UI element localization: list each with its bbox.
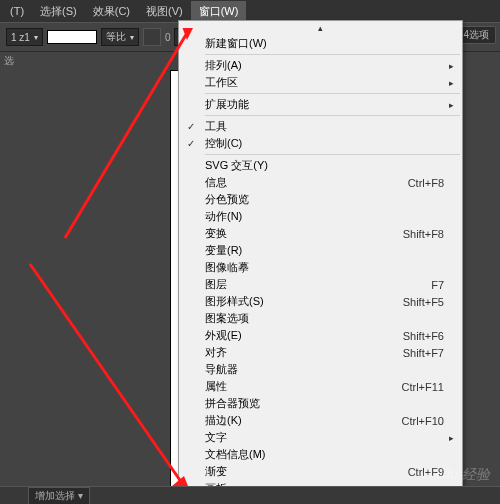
- menu-item[interactable]: 排列(A): [179, 57, 462, 74]
- menu-item[interactable]: 导航器: [179, 361, 462, 378]
- menu-item[interactable]: 新建窗口(W): [179, 35, 462, 52]
- menu-item[interactable]: 文档信息(M): [179, 446, 462, 463]
- menu-item-label: 文字: [205, 430, 227, 445]
- menu-item-label: 导航器: [205, 362, 238, 377]
- chevron-down-icon: ▾: [34, 33, 38, 42]
- menu-item-label: 拼合器预览: [205, 396, 260, 411]
- menu-item[interactable]: 扩展功能: [179, 96, 462, 113]
- menu-shortcut: Shift+F8: [403, 228, 444, 240]
- menu-item[interactable]: 图案选项: [179, 310, 462, 327]
- menu-item[interactable]: 渐变Ctrl+F9: [179, 463, 462, 480]
- stroke-preview[interactable]: [47, 30, 97, 44]
- check-icon: ✓: [187, 121, 195, 132]
- menu-shortcut: Ctrl+F10: [402, 415, 445, 427]
- menu-item-label: 排列(A): [205, 58, 242, 73]
- menu-item-label: 对齐: [205, 345, 227, 360]
- zoom-dropdown[interactable]: 1 z1▾: [6, 28, 43, 46]
- menu-item[interactable]: 外观(E)Shift+F6: [179, 327, 462, 344]
- menu-t[interactable]: (T): [2, 2, 32, 20]
- menu-item-label: 信息: [205, 175, 227, 190]
- menu-item[interactable]: 信息Ctrl+F8: [179, 174, 462, 191]
- status-bar: 增加选择 ▾: [0, 486, 500, 504]
- menu-item-label: SVG 交互(Y): [205, 158, 268, 173]
- menu-item-label: 图案选项: [205, 311, 249, 326]
- menu-item[interactable]: SVG 交互(Y): [179, 157, 462, 174]
- menu-item-label: 工作区: [205, 75, 238, 90]
- menu-item[interactable]: 拼合器预览: [179, 395, 462, 412]
- menu-window[interactable]: 窗口(W): [191, 1, 247, 22]
- menu-item-label: 属性: [205, 379, 227, 394]
- menu-item[interactable]: 工作区: [179, 74, 462, 91]
- menu-item[interactable]: 图形样式(S)Shift+F5: [179, 293, 462, 310]
- menu-item-label: 文档信息(M): [205, 447, 266, 462]
- profile-dropdown[interactable]: 等比▾: [101, 28, 139, 46]
- menu-item-label: 分色预览: [205, 192, 249, 207]
- menu-item[interactable]: 属性Ctrl+F11: [179, 378, 462, 395]
- menu-item-label: 变换: [205, 226, 227, 241]
- menu-separator: [205, 93, 460, 94]
- menu-item[interactable]: 文字: [179, 429, 462, 446]
- menu-select[interactable]: 选择(S): [32, 1, 85, 22]
- menu-item[interactable]: 图层F7: [179, 276, 462, 293]
- menu-item-label: 图形样式(S): [205, 294, 264, 309]
- menu-item[interactable]: 变量(R): [179, 242, 462, 259]
- menu-item-label: 动作(N): [205, 209, 242, 224]
- watermark: Baidu 经验: [422, 466, 490, 484]
- menu-item[interactable]: ✓工具: [179, 118, 462, 135]
- window-menu: ▴ 新建窗口(W)排列(A)工作区扩展功能✓工具✓控制(C)SVG 交互(Y)信…: [178, 20, 463, 504]
- points-value: 0: [165, 32, 171, 43]
- menu-separator: [205, 154, 460, 155]
- menu-item-label: 图层: [205, 277, 227, 292]
- menu-item-label: 扩展功能: [205, 97, 249, 112]
- menu-effect[interactable]: 效果(C): [85, 1, 138, 22]
- menu-shortcut: Shift+F6: [403, 330, 444, 342]
- check-icon: ✓: [187, 138, 195, 149]
- menu-shortcut: Shift+F7: [403, 347, 444, 359]
- menu-item-label: 描边(K): [205, 413, 242, 428]
- menu-scroll-up[interactable]: ▴: [179, 21, 462, 35]
- menu-separator: [205, 54, 460, 55]
- chevron-down-icon: ▾: [130, 33, 134, 42]
- menu-item-label: 控制(C): [205, 136, 242, 151]
- menu-shortcut: Ctrl+F8: [408, 177, 444, 189]
- star-tool-icon[interactable]: [143, 28, 161, 46]
- menu-item[interactable]: 描边(K)Ctrl+F10: [179, 412, 462, 429]
- svg-line-2: [30, 264, 184, 486]
- menu-item[interactable]: ✓控制(C): [179, 135, 462, 152]
- menu-item-label: 新建窗口(W): [205, 36, 267, 51]
- menu-item[interactable]: 对齐Shift+F7: [179, 344, 462, 361]
- menu-item[interactable]: 变换Shift+F8: [179, 225, 462, 242]
- menu-item[interactable]: 动作(N): [179, 208, 462, 225]
- menu-item-label: 工具: [205, 119, 227, 134]
- menu-item[interactable]: 图像临摹: [179, 259, 462, 276]
- menu-item-label: 图像临摹: [205, 260, 249, 275]
- bottom-dropdown[interactable]: 增加选择 ▾: [28, 487, 90, 505]
- menu-item-label: 外观(E): [205, 328, 242, 343]
- menubar: (T) 选择(S) 效果(C) 视图(V) 窗口(W): [0, 0, 500, 22]
- panel-tab[interactable]: 选: [4, 54, 14, 68]
- menu-shortcut: Ctrl+F11: [402, 381, 445, 393]
- menu-shortcut: F7: [431, 279, 444, 291]
- menu-item-label: 渐变: [205, 464, 227, 479]
- menu-shortcut: Shift+F5: [403, 296, 444, 308]
- menu-item[interactable]: 分色预览: [179, 191, 462, 208]
- menu-view[interactable]: 视图(V): [138, 1, 191, 22]
- menu-item-label: 变量(R): [205, 243, 242, 258]
- menu-separator: [205, 115, 460, 116]
